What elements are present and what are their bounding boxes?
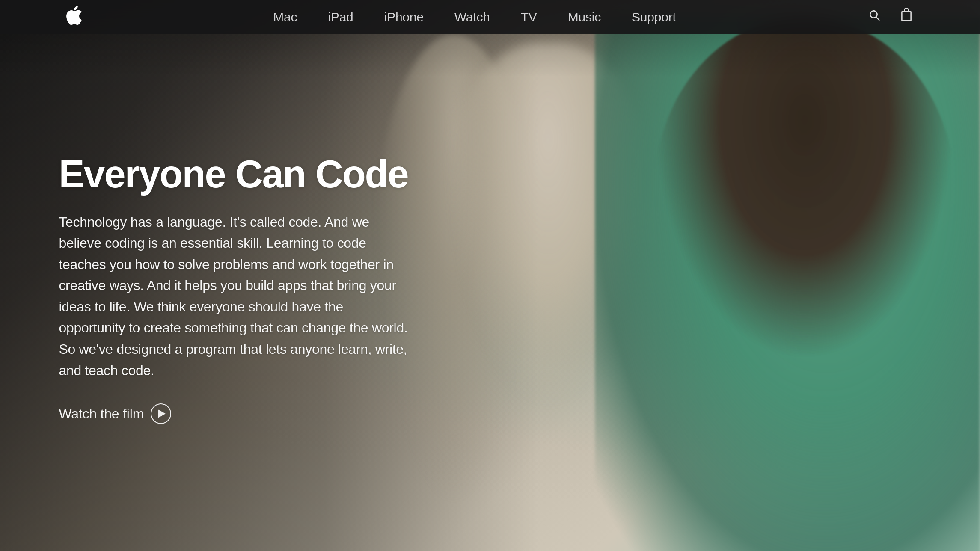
nav-item-ipad[interactable]: iPad — [312, 10, 368, 24]
shopping-bag-icon[interactable] — [899, 8, 914, 26]
nav-item-mac[interactable]: Mac — [258, 10, 312, 24]
play-triangle — [158, 409, 166, 418]
nav-item-tv[interactable]: TV — [505, 10, 552, 24]
apple-logo[interactable] — [66, 6, 82, 29]
hero-section: Everyone Can Code Technology has a langu… — [0, 0, 980, 551]
hero-body-text: Technology has a language. It's called c… — [59, 211, 410, 381]
nav-item-music[interactable]: Music — [552, 10, 616, 24]
play-icon — [151, 403, 171, 424]
search-icon[interactable] — [867, 8, 882, 26]
nav-item-iphone[interactable]: iPhone — [369, 10, 439, 24]
nav-actions — [867, 8, 914, 26]
nav-item-watch[interactable]: Watch — [439, 10, 505, 24]
nav-links: Mac iPad iPhone Watch TV Music Support — [82, 10, 867, 24]
main-nav: Mac iPad iPhone Watch TV Music Support — [0, 0, 980, 34]
nav-inner: Mac iPad iPhone Watch TV Music Support — [41, 6, 939, 29]
nav-item-support[interactable]: Support — [616, 10, 692, 24]
watch-film-label: Watch the film — [59, 406, 144, 422]
page-title: Everyone Can Code — [59, 154, 410, 195]
watch-film-link[interactable]: Watch the film — [59, 403, 171, 424]
hero-content: Everyone Can Code Technology has a langu… — [59, 154, 410, 424]
